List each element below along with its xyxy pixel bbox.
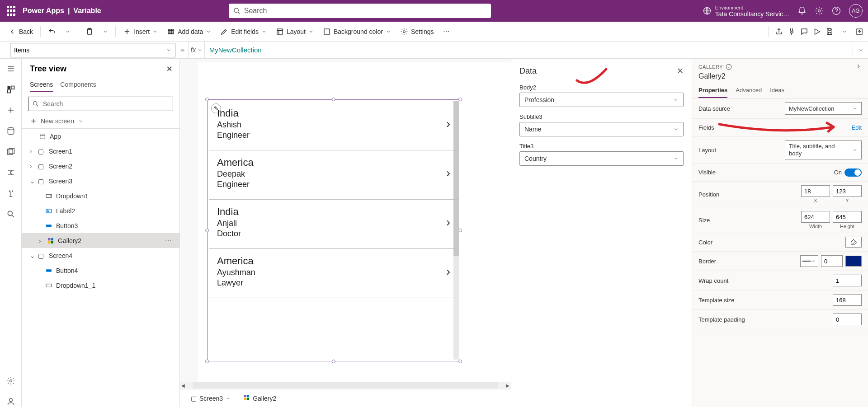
equals-label: = [180, 46, 184, 54]
tree-button4[interactable]: Button4 [22, 263, 179, 278]
tab-advanced[interactable]: Advanced [736, 83, 762, 98]
button-icon [45, 222, 53, 229]
comments-icon[interactable] [800, 28, 808, 36]
tree-app[interactable]: App [22, 129, 179, 144]
gallery-item-body: Doctor [217, 229, 446, 239]
tree-button3[interactable]: Button3 [22, 218, 179, 233]
tree-screen3[interactable]: ⌄▢ Screen3 [22, 173, 179, 188]
tree-label2[interactable]: Label2 [22, 203, 179, 218]
gallery-item-title: America [217, 157, 446, 168]
gallery-item[interactable]: America Ayushman Lawyer › [209, 249, 458, 298]
info-icon[interactable] [726, 64, 732, 70]
rail-hamburger-icon[interactable] [5, 63, 16, 74]
props-expand-icon[interactable] [855, 63, 862, 70]
edit-fields-button[interactable]: Edit fields [217, 26, 270, 37]
design-canvas[interactable]: ✎ India Ashish Engineer › America Deepak… [198, 62, 511, 382]
tree-search-input[interactable]: Search [28, 97, 173, 111]
visible-toggle[interactable] [844, 168, 862, 177]
tab-properties[interactable]: Properties [698, 83, 727, 98]
global-search[interactable]: Search [229, 4, 491, 18]
position-y-input[interactable] [833, 185, 862, 197]
gallery-item[interactable]: India Anjali Doctor › [209, 200, 458, 249]
tab-ideas[interactable]: Ideas [770, 83, 784, 98]
wrap-count-input[interactable] [833, 275, 862, 286]
tree-dropdown1[interactable]: Dropdown1 [22, 188, 179, 203]
back-button[interactable]: Back [5, 26, 37, 37]
rail-variables-icon[interactable] [5, 188, 16, 199]
canvas-hscroll[interactable]: ◀▶ [180, 382, 511, 389]
fx-button[interactable]: fx [188, 42, 204, 58]
rail-settings-icon[interactable] [5, 375, 16, 386]
chevron-right-icon[interactable]: › [446, 117, 453, 131]
insert-button[interactable]: Insert [119, 26, 161, 37]
rail-data-icon[interactable] [5, 126, 16, 136]
rail-media-icon[interactable] [5, 146, 16, 157]
tree-screen2[interactable]: ›▢ Screen2 [22, 159, 179, 173]
paste-split[interactable] [99, 27, 112, 36]
bg-color-button[interactable]: Background color [319, 26, 395, 37]
undo-split[interactable] [61, 27, 74, 36]
new-screen-button[interactable]: New screen [22, 116, 179, 129]
color-picker[interactable] [845, 237, 862, 248]
save-split[interactable] [838, 27, 851, 36]
tree-screen1[interactable]: ›▢ Screen1 [22, 144, 179, 159]
tree-gallery2[interactable]: › Gallery2 ⋯ [22, 233, 179, 248]
settings-icon[interactable] [815, 6, 824, 15]
app-launcher-icon[interactable] [5, 5, 16, 16]
rail-insert-icon[interactable] [5, 105, 16, 116]
subtitle3-dropdown[interactable]: Name [519, 122, 684, 136]
help-icon[interactable] [832, 6, 841, 15]
gallery-selection[interactable]: ✎ India Ashish Engineer › America Deepak… [207, 99, 460, 361]
height-input[interactable] [833, 211, 862, 223]
gallery-item[interactable]: India Ashish Engineer › [209, 101, 458, 150]
checker-icon[interactable] [788, 28, 796, 36]
settings-button[interactable]: Settings [396, 26, 438, 37]
title3-dropdown[interactable]: Country [519, 151, 684, 166]
overflow-button[interactable]: ⋯ [439, 26, 453, 37]
more-icon[interactable]: ⋯ [165, 237, 171, 244]
save-icon[interactable] [826, 28, 834, 36]
chevron-right-icon[interactable]: › [446, 166, 453, 180]
layout-dropdown[interactable]: Title, subtitle, and body [785, 140, 862, 159]
datasource-dropdown[interactable]: MyNewCollection [785, 102, 862, 115]
user-avatar[interactable]: AG [849, 4, 863, 18]
undo-button[interactable] [44, 26, 60, 37]
add-data-button[interactable]: Add data [163, 26, 215, 37]
border-color-picker[interactable] [845, 256, 862, 267]
share-icon[interactable] [775, 28, 783, 36]
tree-dropdown1-1[interactable]: Dropdown1_1 [22, 278, 179, 293]
formula-input[interactable]: MyNewCollection [207, 42, 853, 58]
publish-icon[interactable] [855, 28, 863, 36]
rail-tree-icon[interactable] [5, 84, 16, 95]
rail-flow-icon[interactable] [5, 167, 16, 178]
template-padding-input[interactable] [833, 313, 862, 325]
rail-search-icon[interactable] [5, 209, 16, 220]
formula-expand[interactable] [853, 42, 868, 58]
position-x-input[interactable] [801, 185, 830, 197]
template-size-input[interactable] [833, 294, 862, 306]
tab-components[interactable]: Components [60, 78, 96, 92]
border-style-dropdown[interactable] [800, 255, 818, 267]
svg-rect-13 [11, 86, 14, 89]
tree-close-icon[interactable]: ✕ [166, 65, 172, 73]
layout-button[interactable]: Layout [272, 26, 317, 37]
paste-button[interactable] [82, 26, 97, 37]
environment-picker[interactable]: Environment Tata Consultancy Servic… [703, 5, 789, 17]
tree-screen4[interactable]: ⌄▢ Screen4 [22, 248, 179, 263]
breadcrumb-screen[interactable]: ▢ Screen3 [188, 393, 234, 404]
width-input[interactable] [801, 211, 830, 223]
data-pane-close-icon[interactable]: ✕ [677, 66, 684, 76]
play-icon[interactable] [813, 28, 821, 36]
gallery-item[interactable]: America Deepak Engineer › [209, 150, 458, 200]
tab-screens[interactable]: Screens [30, 78, 53, 92]
body2-dropdown[interactable]: Profession [519, 93, 684, 107]
notifications-icon[interactable] [797, 6, 807, 15]
breadcrumb-gallery[interactable]: Gallery2 [240, 392, 279, 404]
screen-icon: ▢ [191, 395, 197, 402]
rail-virtual-agent-icon[interactable] [5, 396, 16, 407]
chevron-right-icon[interactable]: › [446, 264, 453, 279]
property-selector[interactable]: Items [10, 43, 175, 57]
fields-edit-link[interactable]: Edit [852, 124, 862, 131]
border-width-input[interactable] [821, 255, 843, 267]
chevron-right-icon[interactable]: › [446, 215, 453, 229]
